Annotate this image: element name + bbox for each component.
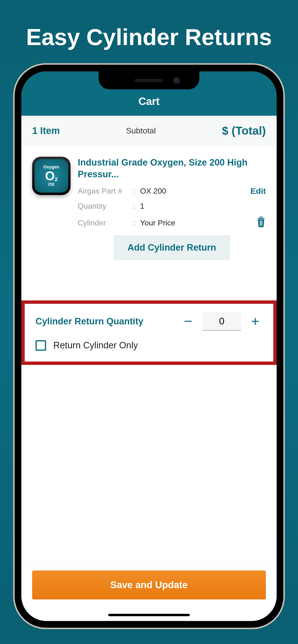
part-number-line: Airgas Part # : OX 200 Edit bbox=[78, 186, 266, 196]
home-indicator[interactable] bbox=[108, 614, 190, 616]
product-image[interactable]: Oxygen O2 OX bbox=[32, 157, 71, 195]
phone-screen: Cart 1 Item Subtotal $ (Total) Oxygen O2… bbox=[21, 72, 277, 621]
product-row: Oxygen O2 OX Industrial Grade Oxygen, Si… bbox=[32, 157, 266, 260]
part-value: OX 200 bbox=[140, 187, 250, 196]
content-area: Oxygen O2 OX Industrial Grade Oxygen, Si… bbox=[21, 146, 277, 563]
save-update-button[interactable]: Save and Update bbox=[32, 570, 266, 600]
product-tile: Oxygen O2 OX bbox=[32, 157, 71, 195]
quantity-line: Quantity : 1 bbox=[78, 202, 266, 210]
quantity-label: Quantity bbox=[78, 202, 133, 210]
plus-icon[interactable]: + bbox=[248, 314, 262, 328]
total-amount: $ (Total) bbox=[222, 124, 266, 137]
header-title: Cart bbox=[21, 95, 277, 107]
minus-icon[interactable]: − bbox=[181, 314, 195, 328]
summary-bar: 1 Item Subtotal $ (Total) bbox=[21, 116, 277, 146]
page-heading: Easy Cylinder Returns bbox=[26, 24, 272, 50]
return-highlight-box: Cylinder Return Quantity − + Return Cyli… bbox=[21, 300, 277, 365]
return-only-row[interactable]: Return Cylinder Only bbox=[36, 340, 262, 351]
footer: Save and Update bbox=[21, 563, 277, 621]
speaker bbox=[135, 79, 163, 82]
item-count: 1 Item bbox=[32, 125, 60, 136]
phone-frame: Cart 1 Item Subtotal $ (Total) Oxygen O2… bbox=[15, 65, 283, 628]
tile-label-bot: OX bbox=[48, 182, 54, 187]
return-qty-input[interactable] bbox=[203, 312, 241, 330]
tile-symbol: O2 bbox=[45, 170, 58, 182]
product-details: Industrial Grade Oxygen, Size 200 High P… bbox=[78, 157, 266, 260]
cylinder-line: Cylinder : Your Price bbox=[78, 216, 266, 230]
camera-icon bbox=[173, 77, 180, 84]
add-cylinder-return-button[interactable]: Add Cylinder Return bbox=[114, 236, 229, 260]
cylinder-value: Your Price bbox=[140, 218, 256, 227]
subtotal-label: Subtotal bbox=[126, 126, 156, 135]
return-only-label: Return Cylinder Only bbox=[53, 340, 138, 350]
return-qty-label: Cylinder Return Quantity bbox=[36, 316, 181, 326]
edit-link[interactable]: Edit bbox=[250, 186, 266, 196]
quantity-stepper: − + bbox=[181, 312, 262, 330]
return-only-checkbox[interactable] bbox=[36, 340, 46, 351]
trash-icon[interactable] bbox=[256, 216, 266, 230]
product-tile-inner: Oxygen O2 OX bbox=[35, 159, 68, 192]
notch bbox=[99, 72, 199, 89]
return-qty-row: Cylinder Return Quantity − + bbox=[36, 312, 262, 330]
product-title[interactable]: Industrial Grade Oxygen, Size 200 High P… bbox=[78, 157, 266, 180]
quantity-value: 1 bbox=[140, 202, 266, 210]
part-label: Airgas Part # bbox=[78, 187, 133, 196]
cylinder-label: Cylinder bbox=[78, 218, 133, 227]
